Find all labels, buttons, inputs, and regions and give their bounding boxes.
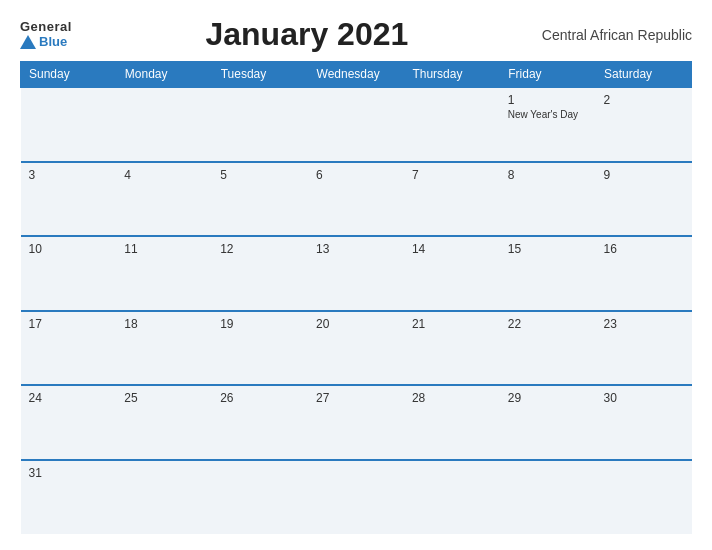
logo-blue-text: Blue (20, 35, 67, 49)
weekday-header-row: Sunday Monday Tuesday Wednesday Thursday… (21, 62, 692, 88)
calendar-day-cell: 1New Year's Day (500, 87, 596, 162)
header-friday: Friday (500, 62, 596, 88)
day-number: 6 (316, 168, 396, 182)
day-number: 20 (316, 317, 396, 331)
day-number: 16 (604, 242, 684, 256)
day-number: 1 (508, 93, 588, 107)
calendar-week-row: 3456789 (21, 162, 692, 237)
day-number: 27 (316, 391, 396, 405)
calendar-day-cell: 26 (212, 385, 308, 460)
day-number: 4 (124, 168, 204, 182)
calendar-week-row: 1New Year's Day2 (21, 87, 692, 162)
calendar-day-cell (212, 460, 308, 535)
calendar-day-cell: 7 (404, 162, 500, 237)
country-name: Central African Republic (542, 27, 692, 43)
day-number: 24 (29, 391, 109, 405)
calendar-day-cell: 6 (308, 162, 404, 237)
calendar-day-cell: 12 (212, 236, 308, 311)
calendar-day-cell: 13 (308, 236, 404, 311)
calendar-day-cell: 24 (21, 385, 117, 460)
calendar-day-cell: 20 (308, 311, 404, 386)
calendar-day-cell: 3 (21, 162, 117, 237)
day-number: 15 (508, 242, 588, 256)
header-monday: Monday (116, 62, 212, 88)
calendar-day-cell (404, 87, 500, 162)
calendar-day-cell: 11 (116, 236, 212, 311)
page-header: General Blue January 2021 Central Africa… (20, 16, 692, 53)
calendar-day-cell: 28 (404, 385, 500, 460)
calendar-day-cell: 25 (116, 385, 212, 460)
day-number: 25 (124, 391, 204, 405)
calendar-day-cell: 31 (21, 460, 117, 535)
calendar-day-cell: 16 (596, 236, 692, 311)
calendar-week-row: 10111213141516 (21, 236, 692, 311)
calendar-day-cell (500, 460, 596, 535)
day-number: 9 (604, 168, 684, 182)
day-number: 26 (220, 391, 300, 405)
calendar-day-cell (308, 87, 404, 162)
day-number: 8 (508, 168, 588, 182)
header-sunday: Sunday (21, 62, 117, 88)
day-number: 17 (29, 317, 109, 331)
calendar-day-cell: 4 (116, 162, 212, 237)
logo-general-text: General (20, 20, 72, 34)
day-number: 12 (220, 242, 300, 256)
calendar-day-cell: 2 (596, 87, 692, 162)
day-number: 14 (412, 242, 492, 256)
day-number: 29 (508, 391, 588, 405)
day-number: 22 (508, 317, 588, 331)
calendar-day-cell (596, 460, 692, 535)
calendar-day-cell: 30 (596, 385, 692, 460)
day-number: 30 (604, 391, 684, 405)
calendar-day-cell: 15 (500, 236, 596, 311)
header-saturday: Saturday (596, 62, 692, 88)
logo: General Blue (20, 20, 72, 49)
day-number: 19 (220, 317, 300, 331)
calendar-day-cell (116, 460, 212, 535)
day-number: 10 (29, 242, 109, 256)
calendar-day-cell: 21 (404, 311, 500, 386)
calendar-day-cell: 22 (500, 311, 596, 386)
calendar-day-cell: 14 (404, 236, 500, 311)
day-number: 31 (29, 466, 109, 480)
calendar-day-cell: 10 (21, 236, 117, 311)
day-number: 3 (29, 168, 109, 182)
calendar-week-row: 31 (21, 460, 692, 535)
calendar-day-cell: 17 (21, 311, 117, 386)
calendar-day-cell: 27 (308, 385, 404, 460)
calendar-day-cell: 5 (212, 162, 308, 237)
calendar-day-cell (212, 87, 308, 162)
calendar-week-row: 24252627282930 (21, 385, 692, 460)
calendar-day-cell (308, 460, 404, 535)
logo-triangle-icon (20, 35, 36, 49)
calendar-day-cell: 8 (500, 162, 596, 237)
day-number: 11 (124, 242, 204, 256)
calendar-day-cell: 23 (596, 311, 692, 386)
calendar-day-cell: 9 (596, 162, 692, 237)
day-number: 28 (412, 391, 492, 405)
header-tuesday: Tuesday (212, 62, 308, 88)
day-number: 13 (316, 242, 396, 256)
header-wednesday: Wednesday (308, 62, 404, 88)
calendar-day-cell (116, 87, 212, 162)
calendar-day-cell: 19 (212, 311, 308, 386)
holiday-label: New Year's Day (508, 109, 588, 120)
header-thursday: Thursday (404, 62, 500, 88)
day-number: 5 (220, 168, 300, 182)
calendar-day-cell (21, 87, 117, 162)
calendar-week-row: 17181920212223 (21, 311, 692, 386)
calendar-day-cell (404, 460, 500, 535)
day-number: 18 (124, 317, 204, 331)
calendar-table: Sunday Monday Tuesday Wednesday Thursday… (20, 61, 692, 534)
day-number: 21 (412, 317, 492, 331)
day-number: 2 (604, 93, 684, 107)
day-number: 23 (604, 317, 684, 331)
calendar-day-cell: 18 (116, 311, 212, 386)
day-number: 7 (412, 168, 492, 182)
calendar-title: January 2021 (72, 16, 542, 53)
calendar-day-cell: 29 (500, 385, 596, 460)
